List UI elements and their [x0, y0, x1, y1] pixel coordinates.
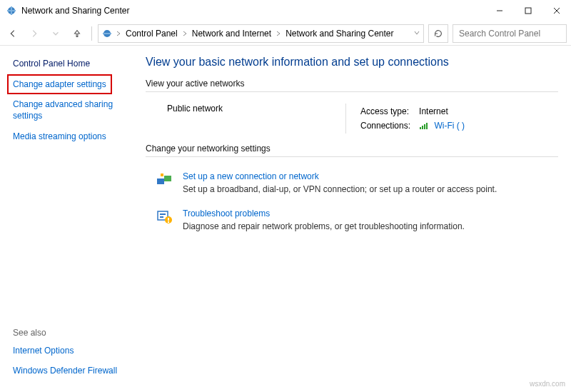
svg-rect-11	[420, 127, 421, 129]
back-button[interactable]	[4, 25, 21, 42]
refresh-button[interactable]	[428, 24, 448, 43]
recent-dropdown[interactable]	[47, 25, 64, 42]
setup-connection-icon	[156, 171, 173, 189]
svg-rect-15	[157, 179, 164, 184]
up-button[interactable]	[69, 25, 86, 42]
troubleshoot-link[interactable]: Troubleshoot problems	[183, 208, 465, 218]
breadcrumb[interactable]: Control Panel Network and Internet Netwo…	[98, 24, 424, 43]
network-name: Public network	[167, 104, 345, 114]
see-also-label: See also	[13, 328, 126, 338]
windows-defender-firewall-link[interactable]: Windows Defender Firewall	[13, 365, 126, 376]
breadcrumb-item[interactable]: Network and Internet	[191, 29, 273, 39]
svg-rect-16	[164, 176, 171, 181]
svg-rect-4	[525, 8, 531, 14]
maximize-button[interactable]	[514, 0, 542, 21]
media-streaming-options-link[interactable]: Media streaming options	[13, 131, 126, 142]
window-title: Network and Sharing Center	[21, 6, 129, 16]
active-network-row: Public network Access type: Internet Con…	[146, 99, 558, 144]
svg-rect-17	[161, 174, 163, 176]
chevron-down-icon[interactable]	[413, 29, 420, 39]
setup-connection-link[interactable]: Set up a new connection or network	[183, 171, 497, 181]
change-advanced-sharing-link[interactable]: Change advanced sharing settings	[13, 99, 126, 121]
svg-rect-23	[168, 221, 169, 223]
close-button[interactable]	[542, 0, 571, 21]
highlighted-annotation: Change adapter settings	[7, 74, 112, 94]
change-settings-label: Change your networking settings	[146, 144, 558, 154]
breadcrumb-item[interactable]: Control Panel	[124, 29, 179, 39]
troubleshoot-icon	[156, 208, 173, 226]
svg-rect-14	[426, 123, 428, 129]
titlebar: Network and Sharing Center	[0, 0, 571, 21]
network-center-icon	[6, 5, 17, 16]
access-type-label: Access type:	[360, 105, 418, 118]
page-heading: View your basic network information and …	[146, 56, 558, 69]
access-type-value: Internet	[419, 105, 472, 118]
search-box[interactable]	[453, 24, 567, 43]
forward-button[interactable]	[26, 25, 43, 42]
main-layout: Control Panel Home Change adapter settin…	[0, 46, 571, 392]
task-setup-connection: Set up a new connection or network Set u…	[146, 167, 558, 204]
active-networks-label: View your active networks	[146, 79, 558, 89]
svg-rect-13	[424, 124, 425, 129]
separator	[146, 156, 558, 157]
address-bar-row: Control Panel Network and Internet Netwo…	[0, 21, 571, 46]
separator	[146, 91, 558, 92]
sidebar: Control Panel Home Change adapter settin…	[0, 46, 136, 392]
network-center-icon	[101, 28, 113, 39]
see-also-section: See also Internet Options Windows Defend…	[13, 328, 126, 385]
svg-rect-2	[11, 6, 12, 15]
change-adapter-settings-link[interactable]: Change adapter settings	[13, 79, 106, 90]
svg-rect-8	[103, 33, 111, 34]
chevron-right-icon[interactable]	[116, 31, 121, 36]
setup-connection-desc: Set up a broadband, dial-up, or VPN conn…	[183, 184, 497, 194]
svg-rect-19	[160, 213, 166, 215]
wifi-connection-link[interactable]: Wi-Fi ( )	[434, 121, 465, 131]
content-area: View your basic network information and …	[136, 46, 571, 392]
minimize-button[interactable]	[485, 0, 514, 21]
chevron-right-icon[interactable]	[182, 31, 188, 36]
svg-rect-12	[422, 126, 423, 129]
svg-rect-20	[160, 216, 163, 218]
svg-rect-22	[168, 218, 169, 221]
connections-label: Connections:	[360, 119, 418, 132]
separator	[91, 26, 92, 41]
wifi-signal-icon	[419, 121, 429, 130]
control-panel-home-link[interactable]: Control Panel Home	[13, 59, 126, 69]
search-input[interactable]	[458, 28, 567, 39]
task-troubleshoot: Troubleshoot problems Diagnose and repai…	[146, 204, 558, 241]
breadcrumb-item[interactable]: Network and Sharing Center	[284, 29, 395, 39]
chevron-right-icon[interactable]	[276, 31, 281, 36]
internet-options-link[interactable]: Internet Options	[13, 345, 126, 356]
troubleshoot-desc: Diagnose and repair network problems, or…	[183, 221, 465, 231]
